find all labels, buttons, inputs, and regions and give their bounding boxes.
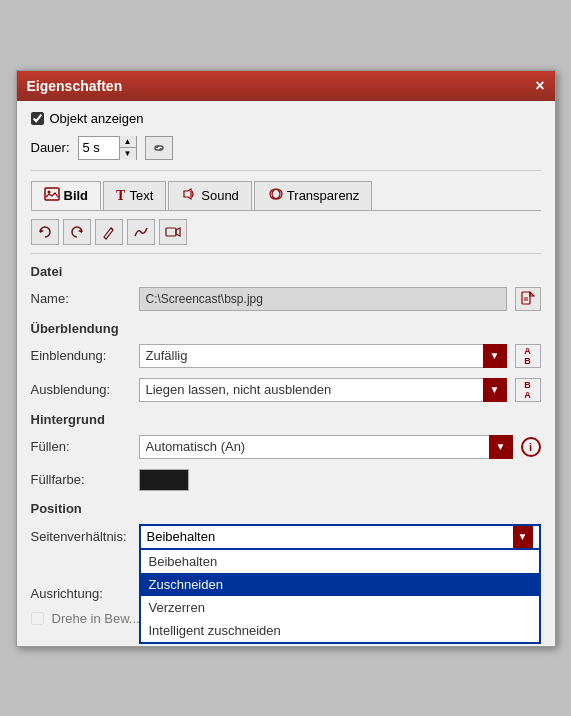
hintergrund-section-title: Hintergrund — [31, 412, 541, 427]
tab-text[interactable]: T Text — [103, 181, 166, 210]
fullen-select[interactable]: Automatisch (An) — [139, 435, 513, 459]
dauer-up-arrow[interactable]: ▲ — [120, 136, 136, 149]
svg-line-7 — [111, 228, 113, 230]
info-icon[interactable]: i — [521, 437, 541, 457]
seiten-dropdown: Beibehalten ▼ Beibehalten Zuschneiden Ve… — [139, 524, 541, 550]
seiten-selected-value: Beibehalten — [147, 529, 216, 544]
pencil-button[interactable] — [95, 219, 123, 245]
name-input[interactable] — [139, 287, 507, 311]
dropdown-option-zuschneiden[interactable]: Zuschneiden — [141, 573, 539, 596]
tab-bild-label: Bild — [64, 188, 89, 203]
einblendung-select[interactable]: Zufällig — [139, 344, 507, 368]
svg-marker-9 — [176, 228, 180, 236]
einblendung-label: Einblendung: — [31, 348, 131, 363]
ausblendung-ba-icon: BA — [515, 378, 541, 402]
einblendung-row: Einblendung: Zufällig ▼ AB — [31, 344, 541, 368]
svg-rect-8 — [166, 228, 176, 236]
svg-marker-2 — [184, 189, 191, 199]
fullen-label: Füllen: — [31, 439, 131, 454]
tab-transparenz[interactable]: Transparenz — [254, 181, 373, 210]
sound-icon — [181, 187, 197, 204]
toolbar-row — [31, 219, 541, 254]
ausblendung-select[interactable]: Liegen lassen, nicht ausblenden — [139, 378, 507, 402]
seiten-dropdown-list: Beibehalten Zuschneiden Verzerren Intell… — [139, 550, 541, 644]
ausblendung-label: Ausblendung: — [31, 382, 131, 397]
objekt-anzeigen-checkbox[interactable] — [31, 112, 44, 125]
dauer-input[interactable] — [79, 138, 119, 157]
dropdown-option-intelligent[interactable]: Intelligent zuschneiden — [141, 619, 539, 642]
tab-transparenz-label: Transparenz — [287, 188, 360, 203]
tabs-row: Bild T Text Sound — [31, 181, 541, 211]
tab-sound-label: Sound — [201, 188, 239, 203]
tab-bild[interactable]: Bild — [31, 181, 102, 210]
fullfarbe-row: Füllfarbe: — [31, 469, 541, 491]
einblendung-select-wrapper: Zufällig ▼ — [139, 344, 507, 368]
curve-button[interactable] — [127, 219, 155, 245]
svg-marker-6 — [78, 229, 82, 233]
seiten-dropdown-arrow-icon: ▼ — [513, 526, 533, 548]
fullen-row: Füllen: Automatisch (An) ▼ i — [31, 435, 541, 459]
uberblendung-section-title: Überblendung — [31, 321, 541, 336]
bild-icon — [44, 187, 60, 204]
svg-point-1 — [47, 190, 50, 193]
einblendung-ab-icon: AB — [515, 344, 541, 368]
file-browse-button[interactable] — [515, 287, 541, 311]
svg-marker-5 — [40, 229, 44, 233]
transparenz-icon — [267, 187, 283, 204]
datei-section-title: Datei — [31, 264, 541, 279]
dropdown-option-beibehalten[interactable]: Beibehalten — [141, 550, 539, 573]
dauer-row: Dauer: ▲ ▼ — [31, 136, 541, 171]
dauer-spinner: ▲ ▼ — [78, 136, 137, 160]
seiten-label: Seitenverhältnis: — [31, 529, 131, 544]
position-section-title: Position — [31, 501, 541, 516]
dauer-down-arrow[interactable]: ▼ — [120, 148, 136, 160]
dauer-label: Dauer: — [31, 140, 70, 155]
svg-rect-0 — [45, 188, 59, 200]
drehe-checkbox — [31, 612, 44, 625]
ausblendung-row: Ausblendung: Liegen lassen, nicht ausble… — [31, 378, 541, 402]
text-tab-icon: T — [116, 188, 125, 204]
seiten-row: Seitenverhältnis: Beibehalten ▼ Beibehal… — [31, 524, 541, 550]
title-bar: Eigenschaften × — [17, 71, 555, 101]
drehe-label: Drehe in Bew... — [52, 611, 140, 626]
link-button[interactable] — [145, 136, 173, 160]
tab-sound[interactable]: Sound — [168, 181, 252, 210]
fullfarbe-label: Füllfarbe: — [31, 472, 131, 487]
seiten-dropdown-selected[interactable]: Beibehalten ▼ — [139, 524, 541, 550]
rotate-ccw-button[interactable] — [31, 219, 59, 245]
video-button[interactable] — [159, 219, 187, 245]
rotate-cw-button[interactable] — [63, 219, 91, 245]
dialog-title: Eigenschaften — [27, 78, 123, 94]
dialog-body: Objekt anzeigen Dauer: ▲ ▼ — [17, 101, 555, 646]
ausrichtung-label: Ausrichtung: — [31, 586, 131, 601]
dauer-arrows: ▲ ▼ — [119, 136, 136, 160]
fullen-select-wrapper: Automatisch (An) ▼ — [139, 435, 513, 459]
objekt-anzeigen-row: Objekt anzeigen — [31, 111, 541, 126]
objekt-anzeigen-label: Objekt anzeigen — [50, 111, 144, 126]
ausblendung-select-wrapper: Liegen lassen, nicht ausblenden ▼ — [139, 378, 507, 402]
name-row: Name: — [31, 287, 541, 311]
dropdown-option-verzerren[interactable]: Verzerren — [141, 596, 539, 619]
color-swatch[interactable] — [139, 469, 189, 491]
close-button[interactable]: × — [535, 77, 544, 95]
tab-text-label: Text — [129, 188, 153, 203]
properties-dialog: Eigenschaften × Objekt anzeigen Dauer: ▲… — [16, 70, 556, 647]
name-label: Name: — [31, 291, 131, 306]
